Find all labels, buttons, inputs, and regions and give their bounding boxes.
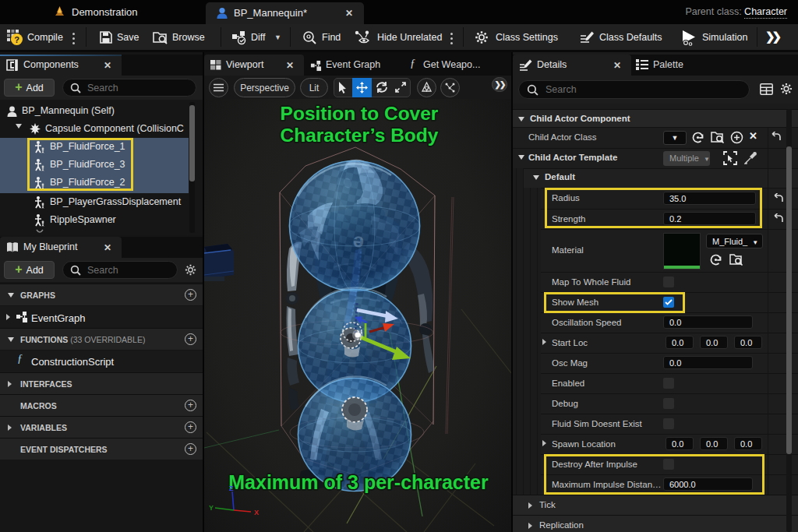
svg-text:Character’s Body: Character’s Body <box>281 125 439 146</box>
svg-text:Z: Z <box>229 484 234 492</box>
svg-text:Maximum of 3 per-character: Maximum of 3 per-character <box>228 471 489 493</box>
svg-text:Position to Cover: Position to Cover <box>281 103 439 124</box>
svg-text:?: ? <box>14 35 19 44</box>
svg-text:X: X <box>254 509 259 516</box>
svg-text:Y: Y <box>209 504 214 512</box>
